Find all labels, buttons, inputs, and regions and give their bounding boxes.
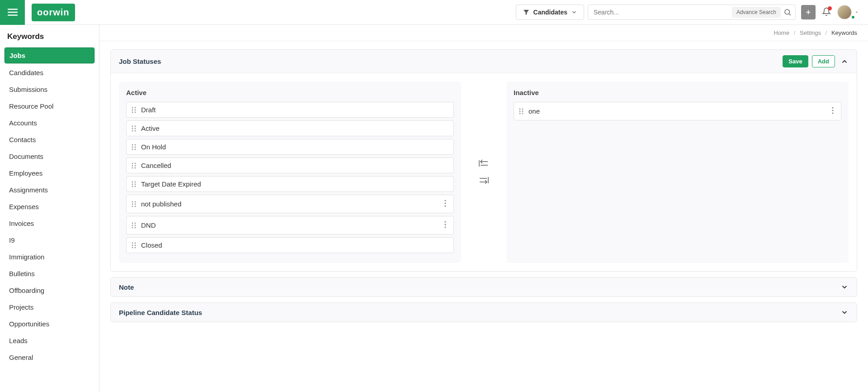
filter-icon [523, 9, 530, 16]
drag-handle-icon[interactable] [131, 181, 137, 188]
status-item[interactable]: Active [126, 120, 454, 136]
status-label: Draft [141, 106, 449, 114]
add-button[interactable] [801, 5, 816, 19]
avatar [837, 5, 852, 19]
status-item[interactable]: Cancelled [126, 158, 454, 173]
notifications-button[interactable] [822, 7, 831, 18]
svg-point-20 [135, 144, 136, 145]
item-menu-button[interactable] [442, 199, 449, 209]
svg-point-26 [135, 163, 136, 164]
drag-handle-icon[interactable] [131, 143, 137, 151]
status-item[interactable]: DND [126, 216, 454, 234]
drag-handle-icon[interactable] [519, 108, 524, 115]
status-label: Active [141, 124, 449, 132]
svg-point-47 [135, 222, 136, 224]
sidebar-item-documents[interactable]: Documents [5, 149, 94, 164]
breadcrumb-home[interactable]: Home [774, 29, 790, 36]
svg-point-49 [135, 225, 136, 226]
sidebar-item-offboarding[interactable]: Offboarding [5, 283, 94, 298]
sidebar-item-employees[interactable]: Employees [5, 166, 94, 181]
svg-point-34 [135, 183, 136, 185]
status-item[interactable]: not published [126, 195, 454, 213]
panel-title: Pipeline Candidate Status [119, 309, 840, 316]
svg-point-31 [132, 181, 133, 182]
panel-header-note[interactable]: Note [111, 277, 857, 296]
status-item[interactable]: Draft [126, 102, 454, 118]
svg-point-23 [132, 148, 133, 150]
drag-handle-icon[interactable] [131, 201, 137, 208]
svg-point-69 [519, 110, 521, 112]
sidebar-item-resource-pool[interactable]: Resource Pool [5, 99, 94, 114]
drag-handle-icon[interactable] [131, 242, 137, 249]
sidebar-item-i9[interactable]: I9 [5, 233, 94, 248]
panel-job-statuses: Job Statuses Save Add Active DraftActive… [110, 49, 857, 272]
sidebar-item-leads[interactable]: Leads [5, 333, 94, 348]
item-menu-button[interactable] [829, 106, 836, 116]
drag-handle-icon[interactable] [131, 106, 137, 114]
advance-search-button[interactable]: Advance Search [732, 7, 781, 18]
status-label: Closed [141, 241, 449, 249]
sidebar-item-immigration[interactable]: Immigration [5, 249, 94, 264]
svg-point-12 [135, 111, 136, 113]
item-menu-button[interactable] [442, 220, 449, 230]
status-item[interactable]: one [514, 102, 841, 120]
search-input[interactable] [594, 9, 732, 16]
svg-point-58 [135, 244, 136, 246]
hamburger-menu-button[interactable] [0, 0, 25, 25]
svg-point-67 [519, 108, 521, 110]
sidebar-title: Keywords [5, 32, 94, 48]
hamburger-icon [7, 6, 19, 18]
sidebar-item-candidates[interactable]: Candidates [5, 65, 94, 80]
sidebar-item-invoices[interactable]: Invoices [5, 216, 94, 231]
drag-handle-icon[interactable] [131, 162, 137, 169]
sidebar-item-jobs[interactable]: Jobs [5, 48, 94, 63]
user-menu[interactable] [837, 5, 859, 19]
sidebar-item-bulletins[interactable]: Bulletins [5, 266, 94, 281]
panel-header-pipeline[interactable]: Pipeline Candidate Status [111, 303, 857, 322]
svg-point-55 [132, 242, 133, 244]
chevron-down-icon [840, 283, 849, 291]
sidebar-item-contacts[interactable]: Contacts [5, 132, 94, 147]
logo[interactable]: oorwin [32, 4, 75, 21]
svg-point-30 [135, 167, 136, 168]
move-left-button[interactable] [478, 159, 490, 169]
sidebar-item-accounts[interactable]: Accounts [5, 115, 94, 130]
online-status-dot [851, 15, 855, 19]
move-right-button[interactable] [478, 176, 490, 186]
panel-pipeline: Pipeline Candidate Status [110, 302, 857, 322]
sidebar-item-general[interactable]: General [5, 350, 94, 365]
breadcrumb-settings[interactable]: Settings [800, 29, 821, 36]
drag-handle-icon[interactable] [131, 125, 137, 132]
expand-toggle[interactable] [840, 308, 849, 316]
drag-handle-icon[interactable] [131, 222, 137, 229]
add-button[interactable]: Add [812, 55, 835, 67]
sidebar-item-submissions[interactable]: Submissions [5, 82, 94, 97]
svg-point-32 [135, 181, 136, 182]
save-button[interactable]: Save [783, 55, 808, 67]
svg-point-3 [785, 10, 790, 14]
sidebar-item-expenses[interactable]: Expenses [5, 199, 94, 214]
svg-point-13 [132, 125, 133, 127]
svg-point-48 [132, 225, 133, 226]
svg-point-28 [135, 165, 136, 166]
search-icon[interactable] [783, 8, 792, 16]
status-item[interactable]: Target Date Expired [126, 176, 454, 192]
sidebar-item-projects[interactable]: Projects [5, 300, 94, 315]
collapse-toggle[interactable] [840, 57, 849, 66]
sidebar-item-opportunities[interactable]: Opportunities [5, 316, 94, 331]
expand-toggle[interactable] [840, 283, 849, 291]
status-item[interactable]: On Hold [126, 139, 454, 155]
svg-point-74 [832, 110, 833, 111]
inactive-column: Inactive one [506, 81, 849, 263]
sidebar: Keywords JobsCandidatesSubmissionsResour… [0, 25, 99, 392]
svg-point-9 [132, 109, 133, 110]
filter-dropdown[interactable]: Candidates [516, 5, 584, 20]
svg-point-51 [135, 227, 136, 228]
svg-point-54 [444, 226, 446, 228]
svg-point-35 [132, 186, 133, 187]
svg-point-25 [132, 163, 133, 164]
move-left-icon [478, 159, 490, 168]
sidebar-item-assignments[interactable]: Assignments [5, 182, 94, 197]
svg-point-14 [135, 125, 136, 127]
status-item[interactable]: Closed [126, 237, 454, 253]
